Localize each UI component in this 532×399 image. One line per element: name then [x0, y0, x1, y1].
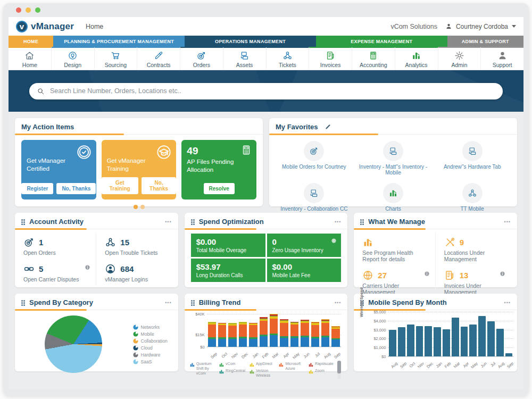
legend-item[interactable]: SaaS [133, 359, 168, 364]
stacked-bar[interactable]: Oct [218, 323, 226, 347]
module-tickets[interactable]: Tickets [267, 47, 310, 70]
legend-item[interactable]: Zoom [309, 369, 334, 374]
info-icon[interactable] [331, 238, 337, 244]
info-icon[interactable] [500, 271, 505, 277]
drag-handle-icon[interactable] [191, 219, 193, 221]
stacked-bar[interactable]: Apr [280, 319, 288, 347]
legend-item[interactable]: RingCentral [219, 369, 245, 374]
module-orders[interactable]: Orders [180, 47, 223, 70]
y-axis-label: Wireless Spend [359, 287, 364, 317]
nav-tab-admin-support[interactable]: ADMIN & SUPPORT [447, 36, 523, 47]
module-support[interactable]: Support [481, 47, 523, 70]
legend-item[interactable]: Hardware [133, 352, 168, 358]
legend-item[interactable]: Mobile [133, 331, 168, 337]
module-analytics[interactable]: Analytics [395, 47, 438, 70]
favorite-item[interactable]: Inventory - Matt''s Inventory - Mobile [354, 141, 433, 176]
module-contracts[interactable]: Contracts [137, 47, 180, 70]
stacked-bar[interactable]: Sep [208, 322, 216, 347]
nav-tab-expense-management[interactable]: EXPENSE MANAGEMENT [316, 36, 447, 47]
bar[interactable]: Sep [505, 353, 513, 356]
carousel-dot[interactable] [140, 205, 145, 209]
legend-scrollbar[interactable] [337, 361, 341, 379]
module-sourcing[interactable]: Sourcing [95, 47, 138, 70]
action-card[interactable]: 49AP Files Pending AllocationResolve [181, 140, 256, 200]
card-menu-button[interactable]: ••• [504, 302, 511, 304]
action-button-resolve[interactable]: Resolve [204, 183, 235, 194]
bar[interactable]: Nov [416, 326, 423, 356]
edit-pencil-icon[interactable] [325, 123, 331, 130]
action-card[interactable]: Get vManager TrainingGet TrainingNo, Tha… [102, 140, 177, 200]
bar[interactable]: Sep [398, 327, 405, 356]
legend-item[interactable]: Verizon Wireless [250, 369, 275, 378]
card-menu-button[interactable]: ••• [165, 221, 171, 223]
action-button-get-training[interactable]: Get Training [102, 177, 138, 194]
module-design[interactable]: Design [52, 47, 95, 70]
bar[interactable]: Jan [434, 327, 441, 356]
legend-item[interactable]: Microsoft Azure [279, 362, 304, 371]
chevron-down-icon[interactable] [512, 25, 516, 28]
nav-tab-planning-procurement-management[interactable]: PLANNING & PROCUREMENT MANAGEMENT [53, 36, 185, 47]
legend-item[interactable]: vCom [219, 362, 245, 367]
bar[interactable]: Mar [452, 318, 459, 356]
bar[interactable]: Jun [478, 316, 486, 356]
bar[interactable]: Jul [487, 321, 495, 356]
module-home[interactable]: Home [9, 47, 52, 70]
drag-handle-icon[interactable] [191, 300, 193, 302]
nav-tab-operations-management[interactable]: OPERATIONS MANAGEMENT [185, 36, 316, 47]
legend-item[interactable]: Networks [133, 325, 168, 330]
bar[interactable]: Feb [443, 329, 450, 356]
favorite-item[interactable]: Mobile Orders for Courtney [275, 141, 354, 176]
bar[interactable]: Aug [389, 330, 396, 356]
legend-item[interactable]: Cloud [133, 345, 168, 351]
stacked-bar[interactable]: Jan [249, 323, 257, 347]
module-admin[interactable]: Admin [438, 47, 481, 70]
legend-item[interactable]: Quantum Shift By vCom [190, 362, 215, 376]
user-name[interactable]: Courtney Cordoba [456, 23, 508, 30]
favorite-item[interactable]: Inventory - Collaboration CC [275, 183, 354, 212]
window-close-button[interactable] [16, 7, 21, 13]
stacked-bar[interactable]: Aug [321, 319, 329, 347]
stacked-bar[interactable]: Sep [331, 326, 339, 347]
stacked-bar[interactable]: Dec [239, 322, 247, 347]
bar[interactable]: Apr [461, 327, 468, 356]
legend-item[interactable]: Collaboration [133, 338, 168, 344]
bar[interactable]: Oct [407, 325, 414, 356]
legend-item[interactable]: Rapidscale [309, 362, 334, 367]
module-accounting[interactable]: Accounting [352, 47, 395, 70]
stacked-bar[interactable]: Jun [301, 320, 309, 347]
card-menu-button[interactable]: ••• [335, 221, 341, 223]
bar[interactable]: May [469, 325, 477, 356]
search-input[interactable] [49, 87, 495, 95]
window-minimize-button[interactable] [26, 7, 31, 13]
legend-item[interactable]: AppDirect [250, 362, 275, 367]
action-card[interactable]: Get vManager CertifiedRegisterNo, Thanks [21, 140, 96, 200]
favorite-item[interactable]: Andrew''s Hardware Tab [433, 141, 512, 176]
module-assets[interactable]: Assets [223, 47, 267, 70]
carousel-dot[interactable] [134, 205, 138, 209]
global-search[interactable] [29, 83, 503, 99]
window-maximize-button[interactable] [35, 7, 40, 13]
info-icon[interactable] [85, 264, 90, 270]
favorite-item[interactable]: Charts [354, 183, 433, 212]
action-button-register[interactable]: Register [21, 183, 53, 194]
nav-tab-home[interactable]: HOME [9, 36, 53, 47]
stacked-bar[interactable]: Feb [260, 317, 268, 347]
card-menu-button[interactable]: ••• [504, 221, 511, 223]
stacked-bar[interactable]: Mar [270, 314, 278, 347]
drag-handle-icon[interactable] [360, 219, 362, 221]
favorite-item[interactable]: TT Mobile [433, 183, 512, 212]
action-button-no-thanks[interactable]: No, Thanks [142, 177, 176, 194]
action-button-no-thanks[interactable]: No, Thanks [56, 183, 96, 194]
stacked-bar[interactable]: May [290, 322, 298, 347]
card-menu-button[interactable]: ••• [335, 302, 341, 304]
stacked-bar[interactable]: Jul [311, 322, 319, 347]
card-menu-button[interactable]: ••• [165, 302, 171, 304]
drag-handle-icon[interactable] [21, 300, 23, 302]
module-invoices[interactable]: Invoices [309, 47, 352, 70]
stacked-bar[interactable]: Nov [228, 323, 236, 347]
drag-handle-icon[interactable] [21, 219, 23, 221]
bar[interactable]: Dec [425, 326, 432, 356]
info-icon[interactable] [424, 271, 430, 277]
bar[interactable]: Aug [496, 329, 504, 356]
vmanager-logo[interactable]: v vManager [16, 21, 74, 32]
